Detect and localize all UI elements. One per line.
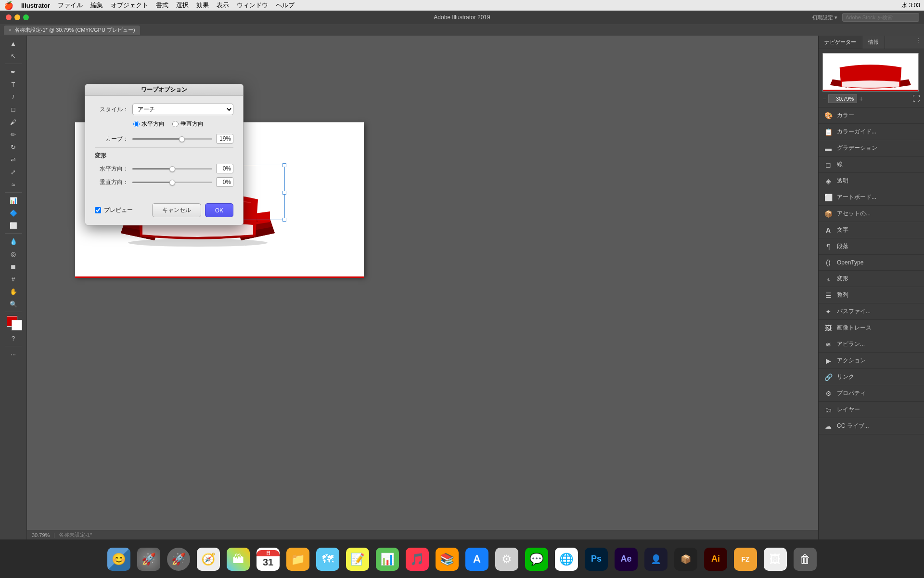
dock-filezilla[interactable]: FZ xyxy=(732,546,759,573)
curve-track[interactable] xyxy=(132,138,212,140)
dock-books[interactable]: 📚 xyxy=(434,546,461,573)
curve-thumb[interactable] xyxy=(179,136,185,142)
menu-file[interactable]: ファイル xyxy=(58,1,83,10)
zoom-minus-icon[interactable]: − xyxy=(822,95,826,103)
menu-effect[interactable]: 効果 xyxy=(196,1,209,10)
zoom-plus-icon[interactable]: + xyxy=(859,95,863,103)
navigator-tab[interactable]: ナビゲーター xyxy=(819,36,862,49)
vert-thumb[interactable] xyxy=(169,180,175,185)
preview-checkbox-label[interactable]: プレビュー xyxy=(95,206,133,214)
dock-sysprefs[interactable]: ⚙ xyxy=(493,546,520,573)
dock-app2[interactable]: 📦 xyxy=(672,546,699,573)
reflect-tool[interactable]: ⇌ xyxy=(3,154,24,165)
dock-illustrator[interactable]: Ai xyxy=(702,546,729,573)
cancel-button[interactable]: キャンセル xyxy=(152,203,201,217)
zoom-input[interactable] xyxy=(828,94,857,103)
horizontal-radio-label[interactable]: 水平方向 xyxy=(133,120,165,128)
graph-tool[interactable]: 📊 xyxy=(3,195,24,206)
ok-button[interactable]: OK xyxy=(205,203,233,217)
rotate-tool[interactable]: ↻ xyxy=(3,141,24,153)
zoom-fit-icon[interactable]: ⛶ xyxy=(912,94,920,103)
dock-notes[interactable]: 📝 xyxy=(344,546,371,573)
navigator-thumbnail[interactable] xyxy=(822,53,919,92)
dock-files[interactable]: 📁 xyxy=(284,546,311,573)
dock-calendar[interactable]: 日 31 xyxy=(255,546,282,573)
symbol-tool[interactable]: 🔷 xyxy=(3,207,24,219)
search-input[interactable] xyxy=(842,13,919,22)
window-controls[interactable] xyxy=(6,14,29,20)
panel-item-paragraph[interactable]: ¶ 段落 xyxy=(819,238,924,255)
dock-line[interactable]: 💬 xyxy=(523,546,550,573)
eyedropper-tool[interactable]: 💧 xyxy=(3,236,24,247)
panel-expand-icon[interactable]: ⋮ xyxy=(913,36,924,49)
menu-select[interactable]: 選択 xyxy=(176,1,189,10)
pen-tool[interactable]: ✒ xyxy=(3,66,24,78)
type-tool[interactable]: T xyxy=(3,79,24,90)
dock-photos[interactable]: 🏔 xyxy=(225,546,252,573)
menu-help[interactable]: ヘルプ xyxy=(276,1,295,10)
panel-item-gradient[interactable]: ▬ グラデーション xyxy=(819,140,924,157)
selection-tool[interactable]: ▲ xyxy=(3,38,24,49)
workspace-label[interactable]: 初期設定 ▾ xyxy=(812,14,837,21)
mesh-tool[interactable]: # xyxy=(3,273,24,285)
dock-numbers[interactable]: 📊 xyxy=(374,546,401,573)
color-box[interactable] xyxy=(3,314,24,331)
horiz-thumb[interactable] xyxy=(169,166,175,172)
dock-photoshop[interactable]: Ps xyxy=(583,546,610,573)
rect-tool[interactable]: □ xyxy=(3,104,24,115)
menu-view[interactable]: 表示 xyxy=(217,1,229,10)
dock-rocket[interactable]: 🚀 xyxy=(165,546,192,573)
menu-object[interactable]: オブジェクト xyxy=(111,1,148,10)
menu-edit[interactable]: 編集 xyxy=(90,1,103,10)
panel-item-properties[interactable]: ⚙ プロパティ xyxy=(819,385,924,402)
info-tab[interactable]: 情報 xyxy=(862,36,885,49)
tab-close-icon[interactable]: × xyxy=(9,27,12,33)
more-tools[interactable]: ··· xyxy=(3,348,24,360)
dock-aftereffects[interactable]: Ae xyxy=(613,546,640,573)
horizontal-radio[interactable] xyxy=(133,121,140,127)
panel-item-cclive[interactable]: ☁ CC ライブ... xyxy=(819,418,924,434)
document-tab[interactable]: × 名称未設定-1* @ 30.79% (CMYK/GPU プレビュー) xyxy=(4,26,140,35)
dock-finder[interactable]: 😊 xyxy=(105,546,132,573)
vertical-radio[interactable] xyxy=(172,121,179,127)
dock-chrome[interactable]: 🌐 xyxy=(553,546,580,573)
panel-item-pathfinder[interactable]: ✦ パスファイ... xyxy=(819,303,924,320)
panel-item-type[interactable]: A 文字 xyxy=(819,222,924,238)
panel-item-appearance[interactable]: ≋ アピラン... xyxy=(819,336,924,353)
apple-menu[interactable]: 🍎 xyxy=(4,1,13,10)
vert-track[interactable] xyxy=(132,182,212,183)
panel-item-align[interactable]: ☰ 整列 xyxy=(819,287,924,303)
panel-item-links[interactable]: 🔗 リンク xyxy=(819,369,924,385)
menu-window[interactable]: ウィンドウ xyxy=(237,1,268,10)
blend-tool[interactable]: ◎ xyxy=(3,248,24,260)
artboard-tool[interactable]: ⬜ xyxy=(3,220,24,231)
style-select[interactable]: アーチ xyxy=(132,104,233,115)
line-tool[interactable]: / xyxy=(3,91,24,103)
panel-item-imagetrace[interactable]: 🖼 画像トレース xyxy=(819,320,924,336)
vertical-radio-label[interactable]: 垂直方向 xyxy=(172,120,204,128)
background-color[interactable] xyxy=(12,320,22,330)
panel-item-transform[interactable]: ⟁ 変形 xyxy=(819,271,924,287)
scale-tool[interactable]: ⤢ xyxy=(3,166,24,178)
canvas-area[interactable]: ワープオプション スタイル： アーチ 水平方向 xyxy=(27,36,818,539)
dock-safari[interactable]: 🧭 xyxy=(195,546,222,573)
direct-select-tool[interactable]: ↖ xyxy=(3,50,24,62)
dock-appstore[interactable]: A xyxy=(463,546,490,573)
panel-item-artboard[interactable]: ⬜ アートボード... xyxy=(819,189,924,206)
panel-item-transparency[interactable]: ◈ 透明 xyxy=(819,173,924,189)
zoom-tool[interactable]: 🔍 xyxy=(3,298,24,310)
menu-illustrator[interactable]: Illustrator xyxy=(21,2,50,9)
warp-tool[interactable]: ≈ xyxy=(3,179,24,190)
panel-item-opentype[interactable]: () OpenType xyxy=(819,255,924,271)
dock-trash[interactable]: 🗑 xyxy=(792,546,819,573)
panel-item-actions[interactable]: ▶ アクション xyxy=(819,353,924,369)
hand-tool[interactable]: ✋ xyxy=(3,286,24,297)
panel-item-layers[interactable]: 🗂 レイヤー xyxy=(819,402,924,418)
preview-checkbox[interactable] xyxy=(95,207,101,213)
paintbrush-tool[interactable]: 🖌 xyxy=(3,116,24,128)
close-button[interactable] xyxy=(6,14,12,20)
dock-music[interactable]: 🎵 xyxy=(404,546,431,573)
panel-item-colorguide[interactable]: 📋 カラーガイド... xyxy=(819,124,924,140)
panel-item-stroke[interactable]: ◻ 線 xyxy=(819,157,924,173)
menu-format[interactable]: 書式 xyxy=(156,1,168,10)
